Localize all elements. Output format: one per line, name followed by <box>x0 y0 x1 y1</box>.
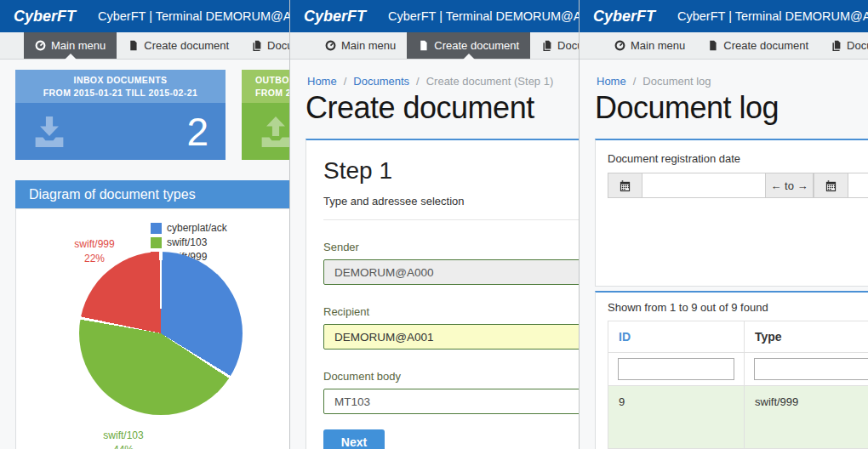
app-title: CyberFT | Terminal DEMORUM@A000 <box>98 9 289 23</box>
breadcrumb-home[interactable]: Home <box>597 75 626 88</box>
tab-main-menu[interactable]: Main menu <box>603 32 696 59</box>
page-title: Document log <box>595 90 779 126</box>
tab-main-menu[interactable]: Main menu <box>314 32 407 59</box>
document-body-field[interactable] <box>323 389 579 414</box>
tab-label: Main menu <box>51 39 106 52</box>
date-to-input[interactable] <box>848 173 868 198</box>
table-row[interactable]: 9 swift/999 <box>608 386 868 449</box>
tab-create-document[interactable]: Create document <box>117 32 240 59</box>
table-filter-row <box>608 353 868 386</box>
step-title: Step 1 <box>323 157 579 185</box>
breadcrumb-current: Create document (Step 1) <box>426 75 554 88</box>
documents-table: ID Type 9 swift/999 <box>608 321 868 449</box>
inbox-download-icon <box>32 117 66 147</box>
document-body-field-group: Document body <box>323 370 579 414</box>
app-header: CyberFT CyberFT | Terminal DEMORUM@A000 <box>290 0 579 32</box>
pie-label-swift103: swift/103 44% <box>69 429 178 449</box>
sender-field-group: Sender <box>323 241 579 285</box>
inbox-widget-title: INBOX DOCUMENTS FROM 2015-01-21 TILL 201… <box>15 70 226 103</box>
calendar-from-button[interactable] <box>608 173 642 198</box>
outbox-title-line1: OUTBOX DOCUMENTS <box>255 74 289 87</box>
pie-chart <box>79 252 243 415</box>
documents-table-panel: Shown from 1 to 9 out of 9 found ID Type… <box>595 291 868 449</box>
tab-documents[interactable]: Documents <box>240 32 289 59</box>
results-summary: Shown from 1 to 9 out of 9 found <box>608 301 868 314</box>
legend-label: cyberplat/ack <box>167 222 227 234</box>
file-icon <box>128 40 139 51</box>
breadcrumb: Home / Documents / Create document (Step… <box>307 75 553 88</box>
inbox-title-line1: INBOX DOCUMENTS <box>74 74 168 87</box>
tab-label: Create document <box>434 39 519 52</box>
gauge-icon <box>614 40 625 51</box>
tab-main-menu[interactable]: Main menu <box>24 32 117 59</box>
cyberft-logo: CyberFT <box>304 8 366 26</box>
breadcrumb-separator: / <box>344 75 347 88</box>
app-title: CyberFT | Terminal DEMORUM@A000 <box>388 9 579 23</box>
calendar-to-button[interactable] <box>814 173 848 198</box>
cyberft-logo: CyberFT <box>593 8 655 26</box>
cell-type: swift/999 <box>745 386 868 449</box>
cyberft-logo: CyberFT <box>14 8 76 26</box>
tab-label: Main menu <box>341 39 396 52</box>
column-header-type: Type <box>745 321 868 353</box>
tab-label: Create document <box>723 39 808 52</box>
legend-swatch-green <box>151 237 162 248</box>
slice-percent: 44% <box>69 443 178 449</box>
next-button[interactable]: Next <box>323 429 385 449</box>
gauge-icon <box>35 40 46 51</box>
legend-item: cyberplat/ack <box>151 222 227 234</box>
inbox-widget-body: 2 <box>15 103 226 160</box>
recipient-field-group: Recipient <box>323 305 579 350</box>
tab-label: Create document <box>144 39 229 52</box>
tab-documents[interactable]: Documents <box>530 32 579 59</box>
tab-label: Documents <box>847 39 868 52</box>
copy-icon <box>251 40 262 51</box>
date-range-to-label: ← to → <box>765 173 814 198</box>
document-types-pie-panel: cyberplat/ack swift/103 swift/999 swift/… <box>15 208 289 449</box>
date-filter-panel: Document registration date ← to → <box>595 139 868 287</box>
recipient-field[interactable] <box>323 324 579 350</box>
tab-label: Main menu <box>631 39 685 52</box>
document-log-window: CyberFT CyberFT | Terminal DEMORUM@A000 … <box>579 0 868 449</box>
tab-create-document[interactable]: Create document <box>696 32 819 59</box>
main-nav: Main menu Create document Documents <box>580 32 868 60</box>
step1-panel: Step 1 Type and adressee selection Sende… <box>306 139 579 449</box>
outbox-widget-title: OUTBOX DOCUMENTS FROM 2015-01-21 TILL 20… <box>242 70 289 103</box>
outbox-widget-body <box>242 103 289 160</box>
outbox-upload-icon <box>259 117 289 147</box>
gauge-icon <box>325 40 336 51</box>
inbox-documents-widget[interactable]: INBOX DOCUMENTS FROM 2015-01-21 TILL 201… <box>15 70 226 160</box>
breadcrumb-home[interactable]: Home <box>307 75 337 88</box>
type-filter-input[interactable] <box>754 358 868 380</box>
calendar-icon <box>619 179 631 192</box>
sender-label: Sender <box>323 241 579 253</box>
step-subtitle: Type and adressee selection <box>323 195 579 207</box>
column-header-id[interactable]: ID <box>608 321 745 353</box>
app-title: CyberFT | Terminal DEMORUM@A000 <box>677 9 868 23</box>
calendar-icon <box>825 179 837 192</box>
legend-label: swift/103 <box>167 236 207 248</box>
breadcrumb-separator: / <box>633 75 637 88</box>
page-title: Create document <box>306 90 534 126</box>
main-nav: Main menu Create document Documents <box>290 32 579 60</box>
outbox-documents-widget[interactable]: OUTBOX DOCUMENTS FROM 2015-01-21 TILL 20… <box>242 70 289 160</box>
dashboard-window: CyberFT CyberFT | Terminal DEMORUM@A000 … <box>0 0 289 449</box>
diagram-panel-title: Diagram of document types <box>15 180 289 208</box>
tab-documents[interactable]: Documents <box>819 32 868 59</box>
table-header-row: ID Type <box>608 321 868 353</box>
tab-create-document[interactable]: Create document <box>407 32 530 59</box>
breadcrumb-documents[interactable]: Documents <box>353 75 409 88</box>
date-from-input[interactable] <box>642 173 766 198</box>
inbox-count: 2 <box>186 112 208 151</box>
sender-field[interactable] <box>323 259 579 285</box>
inbox-title-line2: FROM 2015-01-21 TILL 2015-02-21 <box>43 87 197 99</box>
copy-icon <box>831 40 842 51</box>
divider <box>323 219 579 220</box>
slice-label: swift/999 <box>54 237 135 252</box>
legend-swatch-blue <box>151 223 162 234</box>
breadcrumb: Home / Document log <box>597 75 711 88</box>
breadcrumb-separator: / <box>416 75 420 88</box>
document-body-label: Document body <box>323 370 579 383</box>
date-range-input-group: ← to → <box>608 173 868 198</box>
id-filter-input[interactable] <box>618 358 734 380</box>
